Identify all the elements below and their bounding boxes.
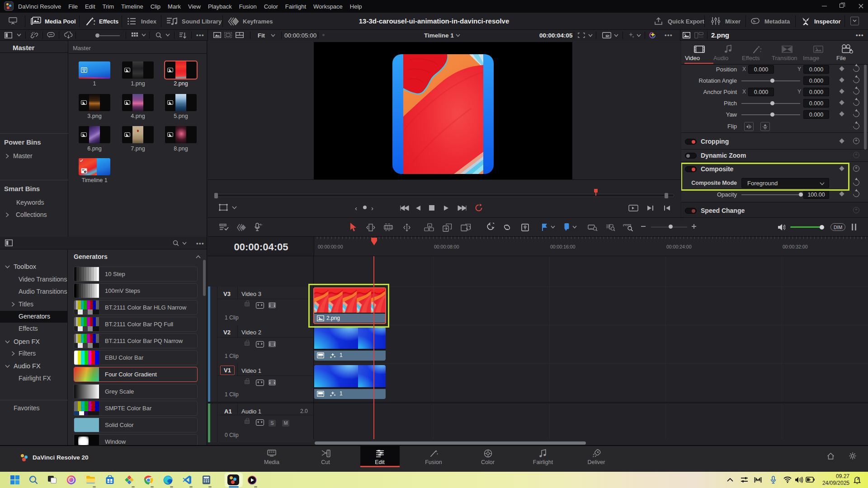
- svg-text:z: z: [859, 476, 860, 479]
- svg-text:HQ: HQ: [606, 35, 609, 37]
